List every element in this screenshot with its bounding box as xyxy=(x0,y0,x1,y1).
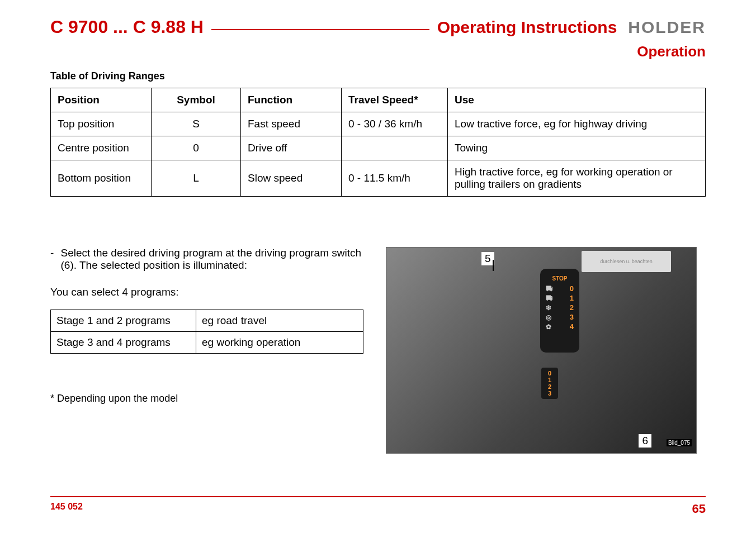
panel-num: 3 xyxy=(570,313,574,321)
table-row: Centre position 0 Drive off Towing xyxy=(51,136,706,160)
cell-function: Drive off xyxy=(241,136,342,160)
cell-use: Low tractive force, eg for highway drivi… xyxy=(448,112,706,136)
panel-num: 2 xyxy=(544,383,556,390)
stop-label: STOP xyxy=(544,275,576,282)
cell-speed xyxy=(342,136,448,160)
panel-num: 1 xyxy=(544,377,556,383)
page-header: C 9700 ... C 9.88 H Operating Instructio… xyxy=(50,17,706,37)
cell-position: Centre position xyxy=(51,136,152,160)
image-reference: Bild_075 xyxy=(667,439,692,446)
cell-position: Bottom position xyxy=(51,160,152,197)
model-title: C 9700 ... C 9.88 H xyxy=(50,17,204,37)
table-row: Bottom position L Slow speed 0 - 11.5 km… xyxy=(51,160,706,197)
left-column: - Select the desired driving program at … xyxy=(50,247,363,454)
section-title: Operation xyxy=(50,43,706,60)
programs-table: Stage 1 and 2 programs eg road travel St… xyxy=(50,310,363,354)
programs-intro: You can select 4 programs: xyxy=(50,286,363,298)
cell-function: Fast speed xyxy=(241,112,342,136)
gear-icon: ✿ xyxy=(546,323,551,331)
document-title: Operating Instructions xyxy=(437,18,617,37)
instruction-bullet: - Select the desired driving program at … xyxy=(50,247,363,272)
page-footer: 145 052 65 xyxy=(50,496,706,516)
th-function: Function xyxy=(241,88,342,112)
header-rule xyxy=(211,29,429,30)
cell-symbol: S xyxy=(152,112,241,136)
gear-icon: ◎ xyxy=(546,313,551,321)
footer-doc-number: 145 052 xyxy=(50,502,83,516)
cell-symbol: L xyxy=(152,160,241,197)
panel-num: 2 xyxy=(570,303,574,312)
instruction-text: Select the desired driving program at th… xyxy=(61,247,363,272)
footer-page-number: 65 xyxy=(692,502,706,516)
program-stage: Stage 3 and 4 programs xyxy=(51,332,196,354)
program-use: eg road travel xyxy=(196,310,363,332)
panel-num: 0 xyxy=(570,284,574,293)
warning-sticker: durchlesen u. beachten xyxy=(582,251,671,272)
panel-num: 1 xyxy=(570,294,574,302)
cell-speed: 0 - 30 / 36 km/h xyxy=(342,112,448,136)
cell-use: Towing xyxy=(448,136,706,160)
th-speed: Travel Speed* xyxy=(342,88,448,112)
table-row: Stage 3 and 4 programs eg working operat… xyxy=(51,332,363,354)
th-symbol: Symbol xyxy=(152,88,241,112)
th-use: Use xyxy=(448,88,706,112)
table-caption: Table of Driving Ranges xyxy=(50,70,706,82)
program-stage: Stage 1 and 2 programs xyxy=(51,310,196,332)
cell-position: Top position xyxy=(51,112,152,136)
program-use: eg working operation xyxy=(196,332,363,354)
cell-function: Slow speed xyxy=(241,160,342,197)
tractor-icon: ⛟ xyxy=(546,285,552,293)
panel-num: 0 xyxy=(544,370,556,377)
panel-num: 3 xyxy=(544,390,556,397)
brand-logo: HOLDER xyxy=(628,18,706,37)
dashboard-photo: durchlesen u. beachten 5 STOP ⛟0 ⛟1 ❄2 ◎… xyxy=(386,247,697,454)
body-content: - Select the desired driving program at … xyxy=(50,247,706,454)
driving-ranges-table: Position Symbol Function Travel Speed* U… xyxy=(50,88,706,197)
footnote: * Depending upon the model xyxy=(50,393,363,404)
callout-6: 6 xyxy=(639,434,651,448)
leader-line xyxy=(493,260,494,271)
th-position: Position xyxy=(51,88,152,112)
table-row: Top position S Fast speed 0 - 30 / 36 km… xyxy=(51,112,706,136)
snow-icon: ❄ xyxy=(546,304,551,312)
cell-use: High tractive force, eg for working oper… xyxy=(448,160,706,197)
logo-text: HOLDER xyxy=(628,18,706,36)
bullet-dash: - xyxy=(50,247,61,272)
cell-symbol: 0 xyxy=(152,136,241,160)
lower-selector-panel: 0 1 2 3 xyxy=(541,368,558,399)
table-row: Stage 1 and 2 programs eg road travel xyxy=(51,310,363,332)
cell-speed: 0 - 11.5 km/h xyxy=(342,160,448,197)
tractor-icon: ⛟ xyxy=(546,294,552,302)
program-switch-panel: STOP ⛟0 ⛟1 ❄2 ◎3 ✿4 xyxy=(540,269,579,353)
panel-num: 4 xyxy=(570,322,574,331)
